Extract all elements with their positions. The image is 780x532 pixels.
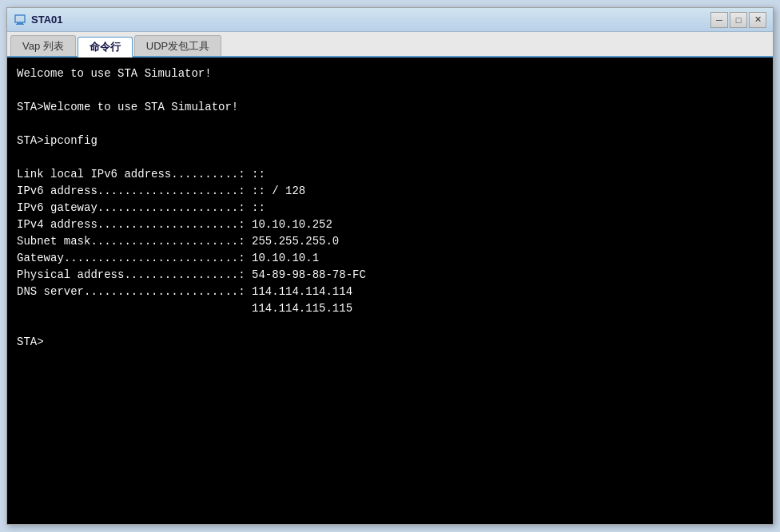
minimize-button[interactable]: ─	[710, 12, 728, 28]
close-button[interactable]: ✕	[749, 12, 766, 28]
title-bar-left: STA01	[14, 14, 63, 26]
tab-command-line[interactable]: 命令行	[78, 37, 133, 58]
svg-rect-1	[17, 22, 23, 24]
title-bar: STA01 ─ □ ✕	[7, 8, 773, 32]
tab-bar: Vap 列表 命令行 UDP发包工具	[7, 32, 773, 58]
main-window: STA01 ─ □ ✕ Vap 列表 命令行 UDP发包工具 Welcome t…	[6, 7, 774, 525]
svg-rect-0	[15, 15, 25, 22]
tab-vap-list[interactable]: Vap 列表	[10, 35, 76, 56]
terminal-output[interactable]: Welcome to use STA Simulator! STA>Welcom…	[7, 58, 773, 524]
window-controls: ─ □ ✕	[710, 12, 766, 28]
window-title: STA01	[31, 14, 63, 26]
maximize-button[interactable]: □	[730, 12, 747, 28]
tab-udp-tool[interactable]: UDP发包工具	[134, 35, 221, 56]
svg-rect-2	[16, 24, 24, 25]
app-icon	[14, 14, 26, 26]
terminal-text: Welcome to use STA Simulator! STA>Welcom…	[17, 66, 763, 351]
